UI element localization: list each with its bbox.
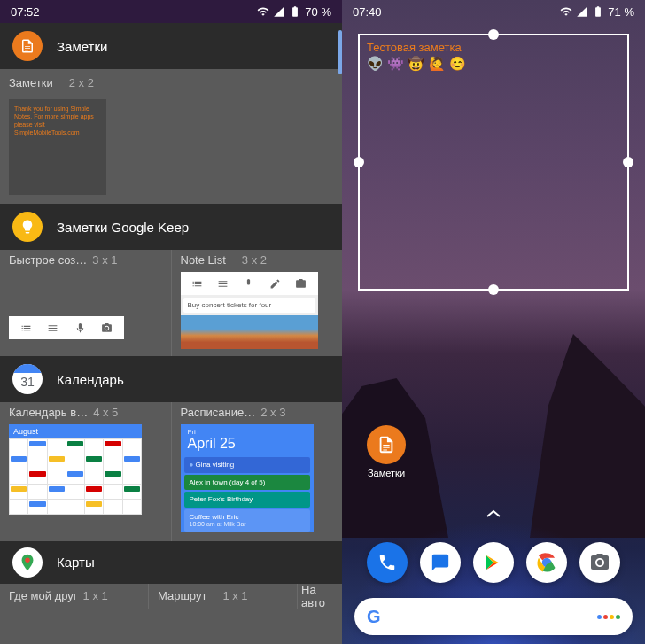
signal-icon	[273, 5, 285, 18]
wifi-icon	[257, 5, 269, 18]
battery-icon	[592, 5, 604, 18]
text-icon	[47, 322, 58, 334]
widget-resize-frame[interactable]: Тестовая заметка 👽 👾 🤠 🙋 😊	[358, 34, 629, 291]
play-store-app-icon[interactable]	[473, 542, 514, 583]
maps-app-icon	[12, 547, 43, 578]
widget-size: 3 x 1	[92, 253, 117, 267]
widget-item-keep-list[interactable]: Note List 3 x 2 Buy concert tickets for …	[172, 250, 343, 356]
widget-name: Календарь в…	[9, 406, 88, 419]
dock	[342, 536, 645, 589]
widget-name: Быстрое соз…	[9, 253, 87, 267]
camera-icon	[101, 322, 113, 334]
status-bar: 07:40 71 %	[342, 0, 645, 23]
section-header-maps: Карты	[0, 541, 342, 584]
agenda-day: Fri	[188, 428, 307, 436]
mic-icon	[243, 278, 254, 290]
notes-app-icon	[367, 425, 406, 464]
widget-name: Расписание…	[181, 406, 256, 419]
widget-item-notes[interactable]: Заметки 2 x 2	[0, 69, 342, 96]
pencil-icon	[269, 278, 281, 290]
status-icons: 71 %	[560, 5, 634, 19]
signal-icon	[576, 5, 588, 18]
widget-item-maps-friend[interactable]: Где мой друг 1 x 1	[0, 584, 148, 609]
google-logo-icon: G	[367, 607, 381, 627]
list-icon	[191, 278, 203, 290]
status-bar: 07:52 70 %	[0, 0, 342, 23]
widget-note-emojis: 👽 👾 🤠 🙋 😊	[367, 56, 620, 72]
section-header-calendar: 31 Календарь	[0, 356, 342, 402]
section-title: Заметки Google Keep	[57, 220, 189, 235]
keep-note-text: Buy concert tickets for four	[183, 298, 315, 313]
widget-size: 2 x 2	[69, 76, 94, 89]
status-time: 07:40	[353, 5, 382, 19]
notes-widget-preview[interactable]: Thank you for using Simple Notes. For mo…	[9, 99, 106, 195]
app-drawer-arrow-icon[interactable]	[486, 507, 501, 521]
wifi-icon	[560, 5, 572, 18]
keep-quick-toolbar	[9, 316, 124, 339]
svg-point-0	[25, 557, 30, 563]
section-title: Карты	[57, 555, 95, 570]
widget-note-title: Тестовая заметка	[367, 41, 620, 54]
section-header-notes: Заметки	[0, 23, 342, 69]
resize-handle-right[interactable]	[623, 157, 633, 167]
calendar-date: 31	[20, 375, 35, 389]
widget-size: 1 x 1	[222, 589, 247, 602]
widget-name: На авто	[301, 583, 338, 609]
widget-item-calendar-view[interactable]: Календарь в… 4 x 5 August	[0, 402, 171, 541]
agenda-date: April 25	[188, 436, 307, 452]
camera-icon	[295, 278, 307, 290]
messages-app-icon[interactable]	[420, 542, 461, 583]
agenda-event: Alex in town (day 4 of 5)	[184, 475, 310, 491]
section-title: Заметки	[57, 39, 107, 54]
app-label: Заметки	[368, 468, 405, 478]
status-time: 07:52	[11, 5, 40, 19]
widget-size: 3 x 2	[242, 253, 267, 267]
calendar-app-icon: 31	[12, 364, 43, 394]
calendar-month-preview: August	[9, 424, 142, 515]
status-icons: 70 %	[257, 5, 331, 19]
phone-app-icon[interactable]	[367, 542, 408, 583]
widget-name: Маршрут	[158, 589, 206, 602]
widget-item-maps-route[interactable]: Маршрут 1 x 1	[149, 584, 297, 609]
list-icon	[20, 322, 32, 334]
app-icon-notes[interactable]: Заметки	[367, 425, 406, 478]
assistant-icon[interactable]	[597, 615, 620, 619]
widget-name: Заметки	[9, 76, 53, 89]
agenda-event: Peter Fox's Birthday	[184, 492, 310, 508]
resize-handle-bottom[interactable]	[488, 284, 499, 295]
widget-size: 4 x 5	[93, 406, 118, 419]
resize-handle-top[interactable]	[488, 29, 499, 40]
widget-size: 2 x 3	[260, 406, 285, 419]
widget-size: 1 x 1	[83, 589, 108, 602]
widget-name: Где мой друг	[9, 589, 78, 602]
keep-list-preview: Buy concert tickets for four	[181, 272, 318, 349]
agenda-event: ● Gina visiting	[184, 457, 310, 473]
agenda-event: Coffee with Eric 10:00 am at Milk Bar	[184, 509, 310, 532]
google-search-bar[interactable]: G	[354, 598, 633, 635]
battery-icon	[289, 5, 301, 18]
resize-handle-left[interactable]	[354, 157, 364, 167]
mic-icon	[74, 322, 86, 334]
battery-percent: 70 %	[305, 5, 331, 19]
battery-percent: 71 %	[608, 5, 634, 19]
keep-note-image	[181, 315, 318, 349]
camera-app-icon[interactable]	[579, 542, 620, 583]
agenda-preview: Fri April 25 ● Gina visiting Alex in tow…	[181, 424, 314, 532]
calendar-month: August	[9, 424, 142, 438]
text-icon	[217, 278, 229, 290]
section-header-keep: Заметки Google Keep	[0, 204, 342, 250]
notes-app-icon	[12, 31, 43, 61]
widget-item-calendar-agenda[interactable]: Расписание… 2 x 3 Fri April 25 ● Gina vi…	[172, 402, 343, 541]
widget-name: Note List	[181, 253, 226, 267]
widget-item-keep-quick[interactable]: Быстрое соз… 3 x 1	[0, 250, 171, 356]
keep-app-icon	[12, 212, 43, 242]
widget-item-maps-auto[interactable]: На авто	[298, 584, 342, 609]
section-title: Календарь	[57, 372, 124, 387]
chrome-app-icon[interactable]	[526, 542, 567, 583]
